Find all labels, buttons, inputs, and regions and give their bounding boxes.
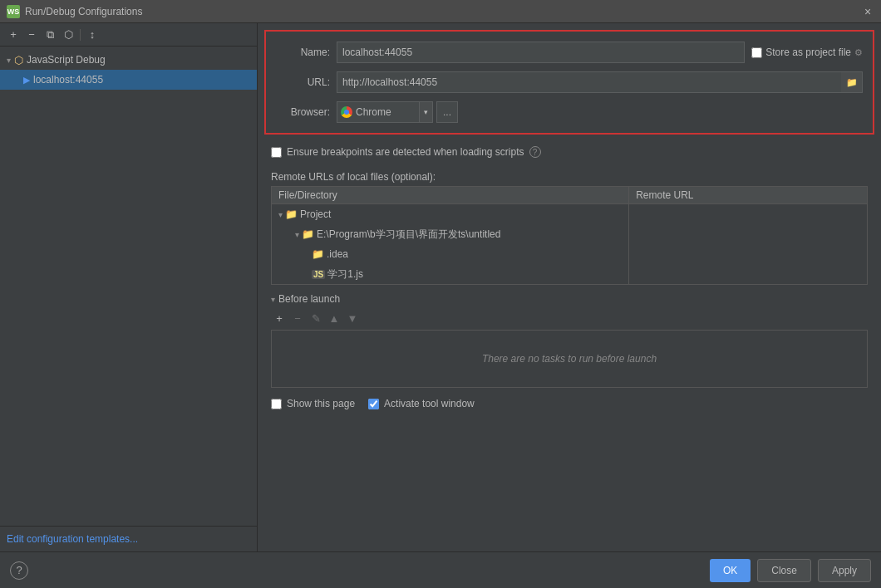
idea-row: 📁 .idea bbox=[278, 246, 622, 262]
browser-dropdown-button[interactable]: ▾ bbox=[420, 101, 433, 123]
url-label: URL: bbox=[276, 76, 330, 88]
project-chevron: ▾ bbox=[278, 210, 283, 219]
path-row: ▾ 📁 E:\Program\b学习项目\界面开发ts\untitled bbox=[278, 226, 622, 243]
show-page-label: Show this page bbox=[287, 398, 355, 409]
table-row: 📁 .idea bbox=[272, 244, 868, 264]
before-launch-header: ▾ Before launch bbox=[271, 293, 868, 305]
main-layout: + − ⧉ ⬡ ↕ ▾ ⬡ JavaScript Debug ▶ localho… bbox=[0, 23, 881, 551]
browser-name: Chrome bbox=[356, 106, 391, 118]
file-directory-header: File/Directory bbox=[272, 187, 629, 204]
before-launch-label: Before launch bbox=[278, 293, 340, 305]
chrome-icon bbox=[341, 106, 352, 118]
browser-select[interactable]: Chrome bbox=[337, 101, 420, 123]
launch-remove-button[interactable]: − bbox=[289, 310, 306, 326]
activate-window-checkbox[interactable] bbox=[368, 399, 379, 409]
apply-button[interactable]: Apply bbox=[818, 559, 871, 582]
close-button[interactable]: Close bbox=[757, 559, 811, 582]
title-bar-text: Run/Debug Configurations bbox=[25, 6, 856, 17]
url-input-row: 📁 bbox=[337, 71, 863, 93]
copy-config-button[interactable]: ⧉ bbox=[42, 27, 58, 43]
url-input[interactable] bbox=[337, 71, 841, 93]
remote-urls-title: Remote URLs of local files (optional): bbox=[271, 171, 868, 183]
files-table: File/Directory Remote URL ▾ 📁 Project bbox=[271, 186, 868, 285]
launch-up-button[interactable]: ▲ bbox=[326, 310, 342, 326]
activate-window-row: Activate tool window bbox=[368, 398, 475, 409]
toolbar-separator bbox=[80, 29, 81, 41]
remote-urls-section: Remote URLs of local files (optional): F… bbox=[258, 168, 881, 288]
close-window-button[interactable]: × bbox=[861, 5, 874, 18]
path-label: E:\Program\b学习项目\界面开发ts\untitled bbox=[317, 228, 500, 242]
sidebar-tree: ▾ ⬡ JavaScript Debug ▶ localhost:44055 bbox=[0, 47, 257, 526]
ensure-breakpoints-checkbox[interactable] bbox=[271, 147, 282, 158]
js-file-icon: JS bbox=[312, 270, 325, 279]
content-panel: Name: Store as project file ⚙ URL: 📁 bbox=[258, 23, 881, 551]
path-chevron: ▾ bbox=[295, 230, 299, 239]
browser-select-wrap: Chrome ▾ ... bbox=[337, 101, 458, 123]
ensure-breakpoints-row: Ensure breakpoints are detected when loa… bbox=[271, 146, 868, 158]
sidebar-toolbar: + − ⧉ ⬡ ↕ bbox=[0, 23, 257, 47]
remove-config-button[interactable]: − bbox=[23, 27, 40, 43]
ok-button[interactable]: OK bbox=[710, 559, 751, 582]
store-gear-icon: ⚙ bbox=[854, 47, 863, 58]
js-file-label: 学习1.js bbox=[327, 267, 363, 282]
config-form: Name: Store as project file ⚙ URL: 📁 bbox=[264, 30, 874, 135]
name-input[interactable] bbox=[337, 42, 745, 63]
no-tasks-text: There are no tasks to run before launch bbox=[482, 353, 657, 365]
sidebar-item-js-debug-group[interactable]: ▾ ⬡ JavaScript Debug bbox=[0, 50, 257, 70]
table-row: ▾ 📁 Project bbox=[272, 204, 868, 225]
launch-down-button[interactable]: ▼ bbox=[344, 310, 361, 326]
sidebar-item-localhost[interactable]: ▶ localhost:44055 bbox=[0, 70, 257, 90]
footer-checkboxes: Show this page Activate tool window bbox=[258, 393, 881, 419]
sort-config-button[interactable]: ↕ bbox=[84, 27, 101, 43]
before-launch-section: ▾ Before launch + − ✎ ▲ ▼ There are no t… bbox=[258, 288, 881, 393]
ensure-breakpoints-label: Ensure breakpoints are detected when loa… bbox=[287, 146, 524, 158]
name-row-right: Store as project file ⚙ bbox=[337, 42, 863, 63]
idea-folder-icon: 📁 bbox=[312, 248, 324, 260]
help-icon[interactable]: ? bbox=[529, 146, 541, 158]
add-config-button[interactable]: + bbox=[5, 27, 22, 43]
url-browse-button[interactable]: 📁 bbox=[841, 71, 863, 93]
browser-row: Browser: Chrome ▾ ... bbox=[276, 101, 863, 123]
sidebar-item-label-localhost: localhost:44055 bbox=[33, 74, 250, 86]
store-checkbox-area: Store as project file ⚙ bbox=[751, 47, 863, 58]
sidebar: + − ⧉ ⬡ ↕ ▾ ⬡ JavaScript Debug ▶ localho… bbox=[0, 23, 258, 551]
name-row: Name: Store as project file ⚙ bbox=[276, 42, 863, 63]
path-folder-icon: 📁 bbox=[302, 228, 314, 240]
launch-edit-button[interactable]: ✎ bbox=[308, 310, 324, 326]
js-file-row: JS 学习1.js bbox=[278, 266, 622, 282]
table-header-row: File/Directory Remote URL bbox=[272, 187, 868, 204]
idea-label: .idea bbox=[327, 248, 348, 260]
launch-area: There are no tasks to run before launch bbox=[271, 330, 868, 388]
browser-label: Browser: bbox=[276, 106, 330, 118]
sidebar-bottom: Edit configuration templates... bbox=[0, 526, 257, 551]
table-row: JS 学习1.js bbox=[272, 264, 868, 285]
remote-url-header: Remote URL bbox=[629, 187, 868, 204]
before-launch-toolbar: + − ✎ ▲ ▼ bbox=[271, 310, 868, 326]
table-row: ▾ 📁 E:\Program\b学习项目\界面开发ts\untitled bbox=[272, 224, 868, 244]
config-item-icon: ▶ bbox=[23, 75, 30, 86]
browser-more-button[interactable]: ... bbox=[436, 101, 458, 123]
show-page-checkbox[interactable] bbox=[271, 399, 282, 409]
bottom-bar: ? OK Close Apply bbox=[0, 551, 881, 588]
project-row: ▾ 📁 Project bbox=[278, 206, 622, 223]
store-as-project-checkbox[interactable] bbox=[751, 47, 762, 58]
before-launch-chevron: ▾ bbox=[271, 295, 275, 304]
title-bar: WS Run/Debug Configurations × bbox=[0, 0, 881, 23]
group-chevron: ▾ bbox=[7, 56, 11, 65]
options-section: Ensure breakpoints are detected when loa… bbox=[258, 141, 881, 168]
sidebar-item-label-js-debug: JavaScript Debug bbox=[27, 54, 250, 66]
help-button[interactable]: ? bbox=[10, 561, 28, 580]
project-label: Project bbox=[300, 208, 331, 220]
move-config-button[interactable]: ⬡ bbox=[60, 27, 76, 43]
show-page-row: Show this page bbox=[271, 398, 355, 409]
activate-window-label: Activate tool window bbox=[384, 398, 475, 409]
launch-add-button[interactable]: + bbox=[271, 310, 288, 326]
store-label: Store as project file bbox=[765, 47, 851, 58]
name-label: Name: bbox=[276, 47, 330, 58]
edit-templates-link[interactable]: Edit configuration templates... bbox=[7, 533, 138, 545]
url-row: URL: 📁 bbox=[276, 71, 863, 93]
js-debug-group-icon: ⬡ bbox=[14, 54, 23, 66]
app-icon: WS bbox=[7, 5, 20, 18]
project-folder-icon: 📁 bbox=[285, 208, 298, 220]
